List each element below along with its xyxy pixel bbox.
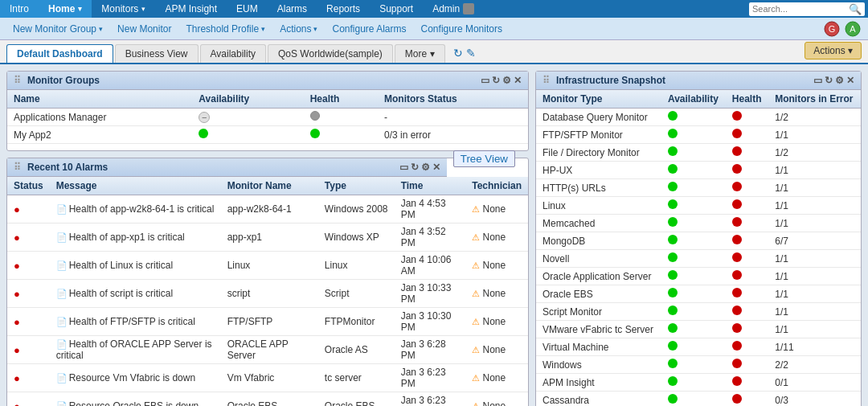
table-row[interactable]: ●📄Health of FTP/SFTP is criticalFTP/SFTP… bbox=[7, 308, 528, 336]
table-row[interactable]: Linux1/1 bbox=[536, 197, 861, 215]
nav-support[interactable]: Support bbox=[370, 0, 423, 18]
close-alarm-icon[interactable]: ✕ bbox=[432, 162, 440, 173]
alarm-tech: ⚠ None bbox=[465, 252, 528, 280]
nav-intro[interactable]: Intro bbox=[0, 0, 39, 18]
refresh-icon[interactable]: ↻ bbox=[453, 47, 463, 59]
table-row[interactable]: Memcached1/1 bbox=[536, 215, 861, 232]
table-row[interactable]: My App2 0/3 in error bbox=[7, 126, 528, 144]
tab-availability[interactable]: Availability bbox=[200, 44, 266, 63]
tab-business-view[interactable]: Business View bbox=[115, 44, 199, 63]
table-row[interactable]: Oracle EBS1/1 bbox=[536, 285, 861, 303]
settings-mg-icon[interactable]: ⚙ bbox=[502, 75, 511, 86]
alarm-doc-icon: 📄 bbox=[56, 232, 68, 242]
actions-btn-nav[interactable]: Actions ▾ bbox=[273, 20, 324, 38]
alarm-type: Linux bbox=[318, 252, 395, 280]
mg-status: 0/3 in error bbox=[378, 126, 528, 144]
alarm-message: 📄Health of ORACLE APP Server is critical bbox=[50, 336, 221, 364]
table-row[interactable]: ●📄Health of app-w2k8-64-1 is criticalapp… bbox=[7, 195, 528, 224]
nav-apm[interactable]: APM Insight bbox=[155, 0, 227, 18]
nav-monitors[interactable]: Monitors ▾ bbox=[92, 0, 155, 18]
alarm-message: 📄Resource Vm Vfabric is down bbox=[50, 364, 221, 392]
infra-type: VMware vFabric tc Server bbox=[536, 321, 661, 338]
avail-green-icon bbox=[668, 270, 678, 280]
alarm-monitor: script bbox=[221, 280, 318, 308]
table-row[interactable]: ●📄Health of app-xp1 is criticalapp-xp1Wi… bbox=[7, 224, 528, 252]
tree-view-button[interactable]: Tree View bbox=[453, 150, 515, 167]
close-infra-icon[interactable]: ✕ bbox=[846, 75, 854, 86]
alarm-type: Script bbox=[318, 280, 395, 308]
search-input[interactable] bbox=[752, 4, 849, 14]
refresh-mg-icon[interactable]: ↻ bbox=[492, 75, 500, 86]
table-row[interactable]: Cassandra0/3 bbox=[536, 392, 861, 407]
second-navigation: New Monitor Group ▾ New Monitor Threshol… bbox=[0, 18, 868, 40]
new-monitor-btn[interactable]: New Monitor bbox=[111, 20, 178, 38]
health-red-icon bbox=[732, 306, 742, 315]
alarm-tech: ⚠ None bbox=[465, 336, 528, 364]
minimize-infra-icon[interactable]: ▭ bbox=[813, 75, 822, 86]
table-row[interactable]: Script Monitor1/1 bbox=[536, 303, 861, 321]
table-row[interactable]: ●📄Health of script is criticalscriptScri… bbox=[7, 280, 528, 308]
tab-more[interactable]: More ▾ bbox=[395, 44, 445, 63]
table-row[interactable]: File / Directory Monitor1/2 bbox=[536, 144, 861, 162]
tab-default-dashboard[interactable]: Default Dashboard bbox=[6, 44, 113, 63]
table-row[interactable]: ●📄Health of ORACLE APP Server is critica… bbox=[7, 336, 528, 364]
alarms-table: Status Message Monitor Name Type Time Te… bbox=[7, 177, 528, 406]
table-row[interactable]: HTTP(s) URLs1/1 bbox=[536, 179, 861, 197]
table-row[interactable]: Database Query Monitor1/2 bbox=[536, 109, 861, 126]
table-row[interactable]: ●📄Resource Vm Vfabric is downVm Vfabrict… bbox=[7, 364, 528, 392]
table-row[interactable]: Oracle Application Server1/1 bbox=[536, 268, 861, 285]
search-icon[interactable]: 🔍 bbox=[849, 3, 862, 15]
col-infra-availability: Availability bbox=[661, 90, 726, 109]
new-monitor-group-btn[interactable]: New Monitor Group ▾ bbox=[6, 20, 109, 38]
table-row[interactable]: HP-UX1/1 bbox=[536, 162, 861, 179]
nav-icon-2[interactable]: A bbox=[844, 20, 862, 38]
warn-icon: ⚠ bbox=[472, 260, 480, 270]
settings-alarm-icon[interactable]: ⚙ bbox=[421, 162, 430, 173]
infra-avail bbox=[661, 162, 726, 179]
refresh-infra-icon[interactable]: ↻ bbox=[825, 75, 833, 86]
table-row[interactable]: MongoDB6/7 bbox=[536, 232, 861, 250]
drag-handle-infra: ⠿ bbox=[542, 75, 550, 86]
alarm-status: ● bbox=[7, 195, 50, 224]
table-row[interactable]: Virtual Machine1/11 bbox=[536, 338, 861, 356]
settings-infra-icon[interactable]: ⚙ bbox=[835, 75, 844, 86]
refresh-alarm-icon[interactable]: ↻ bbox=[411, 162, 419, 173]
configure-monitors-btn[interactable]: Configure Monitors bbox=[415, 20, 509, 38]
nav-admin[interactable]: Admin bbox=[423, 0, 484, 18]
tab-qos[interactable]: QoS Worldwide(sample) bbox=[268, 44, 393, 63]
actions-button[interactable]: Actions ▾ bbox=[805, 42, 862, 59]
table-row[interactable]: Windows2/2 bbox=[536, 356, 861, 374]
nav-home[interactable]: Home ▾ bbox=[39, 0, 92, 18]
close-mg-icon[interactable]: ✕ bbox=[514, 75, 522, 86]
alarms-title-group: ⠿ Recent 10 Alarms bbox=[14, 162, 399, 173]
table-row[interactable]: Applications Manager − - bbox=[7, 109, 528, 126]
infra-errors: 1/1 bbox=[768, 303, 861, 321]
threshold-profile-btn[interactable]: Threshold Profile ▾ bbox=[179, 20, 272, 38]
monitor-groups-icons: ▭ ↻ ⚙ ✕ bbox=[481, 75, 522, 86]
table-row[interactable]: VMware vFabric tc Server1/1 bbox=[536, 321, 861, 338]
table-row[interactable]: ●📄Resource Oracle EBS is downOracle EBSO… bbox=[7, 392, 528, 407]
edit-icon[interactable]: ✎ bbox=[466, 47, 476, 59]
infra-type: File / Directory Monitor bbox=[536, 144, 661, 162]
alarm-time: Jan 4 10:06 AM bbox=[395, 252, 466, 280]
nav-reports[interactable]: Reports bbox=[317, 0, 370, 18]
configure-alarms-btn[interactable]: Configure Alarms bbox=[326, 20, 412, 38]
table-row[interactable]: ●📄Health of Linux is criticalLinuxLinuxJ… bbox=[7, 252, 528, 280]
avail-green-icon bbox=[668, 111, 678, 121]
table-row[interactable]: APM Insight0/1 bbox=[536, 374, 861, 392]
alarm-doc-icon: 📄 bbox=[56, 289, 68, 298]
table-row[interactable]: FTP/SFTP Monitor1/1 bbox=[536, 126, 861, 144]
alarm-type: tc server bbox=[318, 364, 395, 392]
nav-eum[interactable]: EUM bbox=[227, 0, 268, 18]
avail-green-icon bbox=[668, 252, 678, 262]
drag-handle-alarms: ⠿ bbox=[14, 162, 21, 173]
infra-avail bbox=[661, 232, 726, 250]
nav-alarms[interactable]: Alarms bbox=[268, 0, 317, 18]
infra-errors: 1/1 bbox=[768, 215, 861, 232]
minimize-alarm-icon[interactable]: ▭ bbox=[399, 162, 408, 173]
table-row[interactable]: Novell1/1 bbox=[536, 250, 861, 268]
avail-green-icon bbox=[668, 323, 678, 333]
minimize-icon[interactable]: ▭ bbox=[481, 75, 489, 86]
alarm-red-icon: ● bbox=[14, 288, 20, 300]
nav-icon-1[interactable]: G bbox=[823, 20, 841, 38]
